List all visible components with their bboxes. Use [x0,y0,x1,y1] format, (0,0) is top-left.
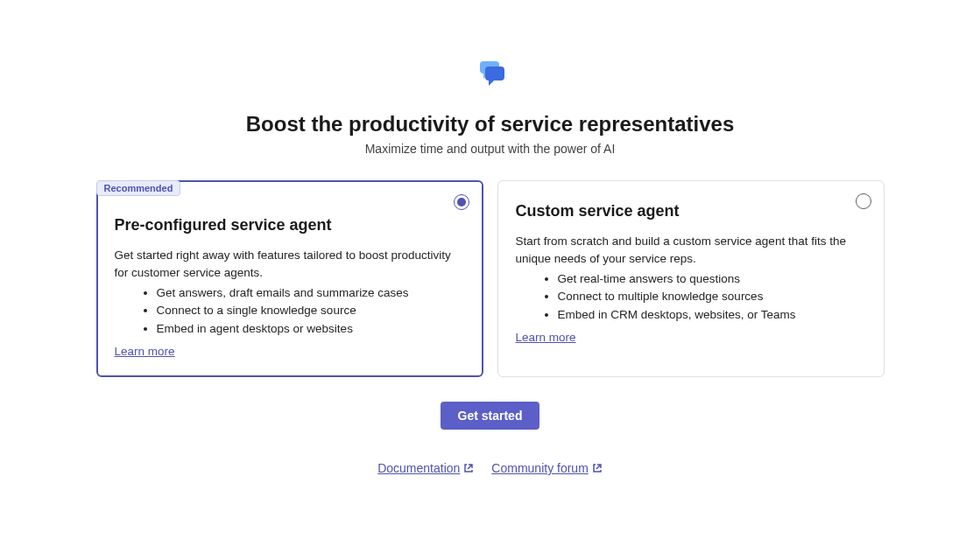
custom-agent-card[interactable]: Custom service agent Start from scratch … [497,180,885,377]
external-link-icon [592,463,603,473]
documentation-link-label: Documentation [377,461,460,475]
custom-card-description: Start from scratch and build a custom se… [516,233,866,267]
app-logo [469,52,511,94]
preconfigured-card-description: Get started right away with features tai… [115,247,465,281]
footer-links: Documentation Community forum [377,461,603,475]
page-title: Boost the productivity of service repres… [246,112,735,136]
community-forum-link[interactable]: Community forum [491,461,602,475]
community-link-label: Community forum [491,461,588,475]
custom-card-title: Custom service agent [516,202,866,220]
recommended-badge: Recommended [96,180,181,196]
preconfigured-agent-card[interactable]: Recommended Pre-configured service agent… [96,180,483,377]
option-cards-container: Recommended Pre-configured service agent… [96,180,885,377]
custom-radio[interactable] [856,193,871,209]
preconfigured-card-title: Pre-configured service agent [115,216,465,234]
list-item: Embed in CRM desktops, websites, or Team… [558,306,866,324]
list-item: Embed in agent desktops or websites [157,320,465,338]
page-subtitle: Maximize time and output with the power … [365,142,616,156]
preconfigured-learn-more-link[interactable]: Learn more [115,345,175,358]
preconfigured-radio[interactable] [454,194,469,210]
documentation-link[interactable]: Documentation [377,461,474,475]
get-started-button[interactable]: Get started [441,402,540,430]
custom-feature-list: Get real-time answers to questions Conne… [558,270,866,324]
external-link-icon [463,463,474,473]
custom-learn-more-link[interactable]: Learn more [516,331,576,344]
preconfigured-feature-list: Get answers, draft emails and summarize … [157,284,465,338]
list-item: Get answers, draft emails and summarize … [157,284,465,302]
list-item: Get real-time answers to questions [558,270,866,288]
list-item: Connect to a single knowledge source [157,302,465,319]
list-item: Connect to multiple knowledge sources [558,288,866,305]
